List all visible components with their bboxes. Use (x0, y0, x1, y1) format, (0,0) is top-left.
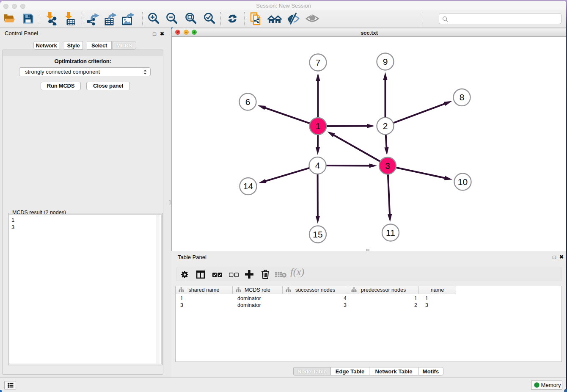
svg-text:6: 6 (245, 97, 250, 107)
svg-text:15: 15 (313, 229, 322, 239)
svg-text:3: 3 (385, 161, 390, 171)
svg-text:10: 10 (458, 177, 468, 187)
svg-text:7: 7 (316, 58, 321, 67)
svg-text:14: 14 (243, 181, 253, 191)
svg-text:9: 9 (383, 57, 388, 66)
svg-text:4: 4 (315, 160, 320, 170)
svg-text:2: 2 (383, 121, 388, 131)
svg-text:1: 1 (316, 121, 321, 131)
svg-text:11: 11 (386, 228, 395, 237)
svg-text:8: 8 (460, 92, 465, 102)
